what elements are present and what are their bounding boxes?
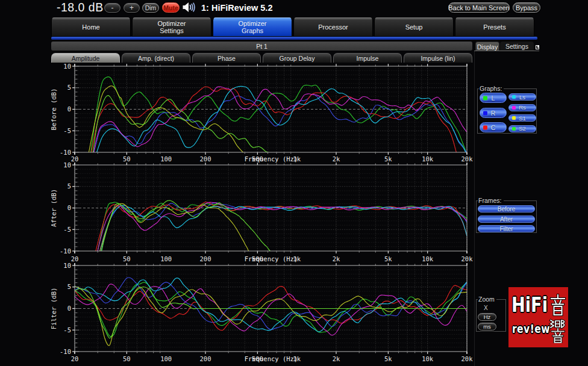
before-curve-S1	[87, 86, 248, 161]
subtab-impulse[interactable]: Impulse	[333, 53, 402, 63]
filter-xaxis-title: Frequency (Hz)	[245, 355, 298, 362]
before-xtick-label: 20k	[461, 155, 474, 163]
before-ytick-label: 5	[67, 84, 71, 91]
filter-panel: 1050-5-1020501002005001k2k5k10k20kFreque…	[51, 262, 473, 363]
dim-button[interactable]: Dim	[142, 3, 159, 13]
subtab-amp-direct[interactable]: Amp. (direct)	[122, 53, 190, 63]
tab-home[interactable]: Home	[51, 17, 131, 37]
before-ytick-label: 10	[63, 63, 71, 70]
frame-button-before[interactable]: Before	[478, 205, 535, 212]
channel-dot-s2	[512, 127, 516, 131]
zoom-group-label: Zoom	[478, 296, 496, 303]
filter-curve-L	[75, 282, 467, 337]
after-xtick-label: 200	[200, 255, 211, 262]
before-ytick-label: 0	[67, 105, 71, 113]
channel-dot-rs	[512, 106, 516, 110]
optimizer-app-window: -18.0 dB - + Dim Mute 1: HiFiReview 5.2 …	[0, 0, 588, 366]
window-title: 1: HiFiReview 5.2	[201, 2, 272, 14]
point-selector-bar[interactable]: Pt 1	[51, 42, 472, 51]
subtab-phase[interactable]: Phase	[192, 53, 261, 63]
tab-optimizer-settings[interactable]: OptimizerSettings	[132, 17, 211, 37]
before-xtick-label: 10k	[422, 155, 434, 163]
before-yaxis-title: Before (dB)	[51, 88, 57, 131]
channel-button-rs[interactable]: Rs	[508, 104, 536, 111]
channel-button-s2[interactable]: S2	[508, 125, 536, 132]
filter-xtick-label: 20	[71, 355, 79, 362]
tab-settings[interactable]: Settings	[500, 42, 534, 51]
before-curve-R	[92, 94, 467, 161]
subtab-impulse-lin[interactable]: Impulse (lin)	[404, 53, 472, 63]
filter-curve-Rs	[75, 284, 467, 335]
zoom-ms-button[interactable]: ms	[478, 323, 496, 330]
frames-group: Frames: Before After Filter	[476, 200, 537, 233]
frame-button-filter[interactable]: Filter	[478, 225, 535, 232]
zoom-hz-button[interactable]: Hz	[478, 313, 496, 321]
frames-group-label: Frames:	[478, 197, 504, 204]
graphs-group-label: Graphs:	[479, 85, 504, 92]
logo-word-review: rev!ew	[512, 322, 550, 335]
before-xaxis-title: Frequency (Hz)	[245, 155, 298, 163]
tab-presets[interactable]: Presets	[455, 17, 534, 37]
channel-button-s1[interactable]: S1	[508, 114, 536, 122]
before-ytick-label: -5	[63, 127, 71, 134]
filter-xtick-label: 2k	[333, 355, 340, 362]
before-panel: 1050-5-1020501002005001k2k5k10k20kFreque…	[51, 63, 473, 165]
channel-dot-l	[483, 96, 487, 100]
tab-setup[interactable]: Setup	[374, 17, 454, 37]
after-xtick-label: 10k	[422, 255, 434, 262]
logo-cjk-characters	[549, 294, 567, 343]
after-xaxis-title: Frequency (Hz)	[245, 255, 298, 262]
after-xtick-label: 5k	[384, 255, 392, 262]
after-xtick-label: 20k	[461, 255, 474, 262]
channel-dot-r	[483, 111, 487, 115]
before-xtick-label: 5k	[384, 155, 392, 163]
filter-xtick-label: 20k	[461, 355, 474, 362]
channel-dot-ls	[512, 95, 516, 99]
filter-xtick-label: 10k	[422, 355, 434, 362]
zoom-group: Zoom X Hz ms	[476, 299, 506, 332]
filter-ytick-label: -5	[63, 326, 71, 333]
speaker-icon	[183, 2, 197, 15]
tab-processor[interactable]: Processor	[293, 17, 373, 37]
after-yaxis-title: After (dB)	[51, 189, 57, 227]
filter-curve-Ls	[75, 278, 467, 332]
logo-word-hifi: HiFi	[511, 293, 548, 317]
channel-dot-s1	[512, 116, 516, 120]
before-ytick-label: -10	[60, 149, 71, 156]
bypass-button[interactable]: Bypass	[513, 2, 540, 13]
filter-xtick-label: 50	[123, 355, 131, 362]
subtab-group-delay[interactable]: Group Delay	[263, 53, 331, 63]
subtab-amplitude[interactable]: Amplitude	[51, 53, 120, 63]
after-ytick-label: 0	[67, 204, 71, 211]
frame-button-after[interactable]: After	[478, 216, 535, 223]
channel-button-l[interactable]: L	[480, 93, 507, 103]
tab-underline	[51, 37, 537, 40]
before-xtick-label: 2k	[333, 155, 340, 163]
back-to-main-screen-button[interactable]: Back to Main Screen	[448, 2, 510, 13]
tab-display[interactable]: Display	[475, 42, 499, 51]
before-curve-Ls	[94, 86, 467, 161]
frequency-response-graphs: 1050-5-1020501002005001k2k5k10k20kFreque…	[51, 63, 477, 366]
after-xtick-label: 2k	[333, 255, 340, 262]
channel-button-ls[interactable]: Ls	[508, 93, 536, 101]
filter-ytick-label: 10	[63, 262, 71, 269]
mute-button[interactable]: Mute	[162, 2, 180, 13]
after-ytick-label: 10	[63, 161, 71, 169]
filter-ytick-label: -10	[60, 348, 71, 355]
channel-button-c[interactable]: C	[480, 122, 507, 132]
level-decrease-button[interactable]: -	[104, 3, 120, 13]
level-increase-button[interactable]: +	[124, 3, 140, 13]
channel-button-r[interactable]: R	[480, 108, 507, 118]
filter-xtick-label: 5k	[384, 355, 392, 362]
graphs-channel-group: Graphs: L R C Ls Rs S1 S2	[477, 88, 537, 134]
after-xtick-label: 20	[71, 255, 79, 262]
sidebar-divider	[474, 51, 539, 51]
after-xtick-label: 100	[160, 255, 172, 262]
detach-window-icon[interactable]	[536, 45, 539, 49]
channel-dot-c	[483, 125, 487, 129]
tab-optimizer-graphs[interactable]: OptimizerGraphs	[213, 17, 292, 37]
before-xtick-label: 100	[160, 155, 172, 163]
filter-curve-C	[75, 285, 467, 330]
filter-yaxis-title: Filter (dB)	[51, 288, 57, 330]
filter-ytick-label: 5	[67, 283, 71, 290]
